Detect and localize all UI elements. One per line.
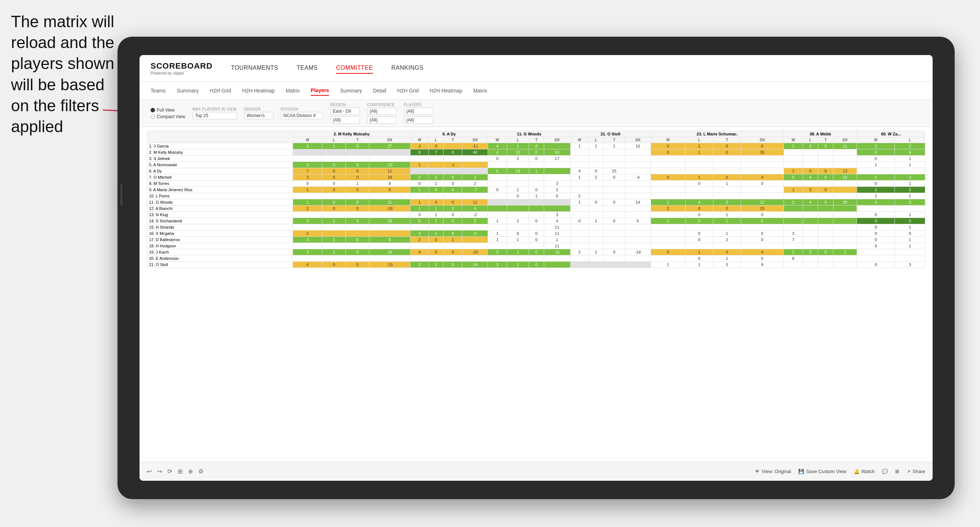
refresh-icon[interactable]: ⟳	[167, 468, 172, 475]
cell: 0	[713, 206, 741, 212]
cell	[488, 243, 507, 249]
cell: 5	[462, 218, 488, 224]
cell: 0	[603, 218, 625, 224]
cell: 3	[488, 249, 507, 256]
filter-bar: Full View Compact View Max players in vi…	[140, 100, 932, 127]
cell	[369, 149, 410, 156]
cell: 0	[322, 168, 346, 174]
cell: -11	[462, 143, 488, 149]
cell: 0	[444, 174, 462, 181]
sub-nav-h2h-heatmap2[interactable]: H2H Heatmap	[430, 86, 462, 95]
cell	[741, 224, 784, 230]
nav-committee[interactable]: COMMITTEE	[336, 63, 373, 74]
grid-btn[interactable]: ⊞	[895, 469, 899, 474]
sub-nav-detail[interactable]: Detail	[373, 86, 386, 95]
cell	[570, 156, 589, 162]
cell: 0	[570, 218, 589, 224]
share-btn[interactable]: ↗ Share	[907, 469, 925, 474]
cell: 0	[818, 187, 833, 193]
cell: 0	[857, 243, 895, 249]
redo-icon[interactable]: ↪	[157, 468, 162, 475]
player-name: 7. O Mitchell	[147, 174, 293, 181]
conference-select[interactable]: (All)	[367, 108, 396, 115]
sh-t3: T	[529, 137, 544, 143]
cell	[570, 149, 589, 156]
full-view-radio[interactable]: Full View	[151, 108, 185, 113]
comment-btn[interactable]: 💬	[882, 469, 888, 474]
cell: 2	[857, 143, 895, 149]
cell	[346, 243, 369, 249]
cell: 0	[444, 181, 462, 187]
cell: 1	[529, 168, 544, 174]
sub-nav-matrix2[interactable]: Matrix	[473, 86, 487, 95]
cell: 0	[346, 218, 369, 224]
cell: 7	[784, 237, 803, 243]
cell	[784, 224, 803, 230]
cell	[833, 230, 857, 237]
sub-nav-h2h-grid2[interactable]: H2H Grid	[397, 86, 418, 95]
sub-nav-summary2[interactable]: Summary	[340, 86, 362, 95]
players-select[interactable]: (All)	[404, 108, 433, 115]
sub-nav-summary[interactable]: Summary	[177, 86, 199, 95]
nav-tournaments[interactable]: TOURNAMENTS	[231, 63, 278, 74]
player-name: 20. E Andersson	[147, 256, 293, 262]
sub-nav-teams[interactable]: Teams	[151, 86, 165, 95]
nav-rankings[interactable]: RANKINGS	[391, 63, 424, 74]
nav-teams[interactable]: TEAMS	[297, 63, 318, 74]
cell: 1	[429, 262, 444, 268]
cell	[589, 262, 603, 268]
cell	[857, 256, 895, 262]
max-players-select[interactable]: Top 25	[192, 112, 237, 119]
region-sub-select[interactable]: (All)	[331, 116, 360, 124]
cell: -18	[369, 206, 410, 212]
sub-nav-h2h-heatmap[interactable]: H2H Heatmap	[242, 86, 275, 95]
sub-nav-matrix[interactable]: Matrix	[286, 86, 300, 95]
cell: 0	[488, 168, 507, 174]
save-custom-btn[interactable]: 💾 Save Custom View	[798, 469, 846, 474]
sub-nav-players[interactable]: Players	[311, 86, 329, 96]
division-select[interactable]: NCAA Division II	[281, 112, 323, 119]
cell	[589, 230, 603, 237]
settings-icon[interactable]: ⚙	[198, 468, 204, 475]
col-header-dy: 6. A Dy	[410, 131, 488, 137]
cell	[803, 237, 818, 243]
cell	[651, 212, 686, 218]
cell: 0	[346, 168, 369, 174]
cell	[818, 156, 833, 162]
cell	[818, 212, 833, 218]
cell	[625, 162, 651, 168]
players-sub-select[interactable]: (All)	[404, 116, 433, 124]
cell: 3	[293, 237, 322, 243]
cell: 4	[544, 218, 570, 224]
watch-btn[interactable]: 🔔 Watch	[854, 469, 875, 474]
cell: 0	[444, 199, 462, 206]
gender-select[interactable]: Women's	[244, 112, 274, 119]
undo-icon[interactable]: ↩	[147, 468, 152, 475]
cell	[833, 218, 857, 224]
cell	[293, 224, 322, 230]
cell	[741, 168, 784, 174]
view-original-btn[interactable]: 👁 View: Original	[755, 469, 791, 474]
cell	[462, 162, 488, 168]
conference-label: Conference	[367, 103, 396, 107]
region-select[interactable]: East - DII	[331, 108, 360, 115]
sub-nav-h2h-grid[interactable]: H2H Grid	[210, 86, 231, 95]
table-row: 18. H Hodgson 11	[147, 243, 925, 249]
cell	[529, 256, 544, 262]
table-row: 16. X Mcgaha 2 3 1 0 3 1 0 0 11	[147, 230, 925, 237]
zoom-icon[interactable]: ⊕	[188, 468, 193, 475]
cell	[784, 218, 803, 224]
cell: 0	[651, 149, 686, 156]
compact-view-radio[interactable]: Compact View	[151, 114, 185, 119]
player-name: 16. X Mcgaha	[147, 230, 293, 237]
conference-sub-select[interactable]: (All)	[367, 116, 396, 124]
cell: 1	[570, 143, 589, 149]
cell: 1	[895, 243, 925, 249]
cell	[818, 181, 833, 187]
cell: 1	[784, 187, 803, 193]
copy-icon[interactable]: ⊞	[178, 468, 183, 475]
cell	[322, 230, 346, 237]
cell	[346, 149, 369, 156]
toolbar-left: ↩ ↪ ⟳ ⊞ ⊕ ⚙	[147, 468, 204, 475]
cell	[293, 156, 322, 162]
